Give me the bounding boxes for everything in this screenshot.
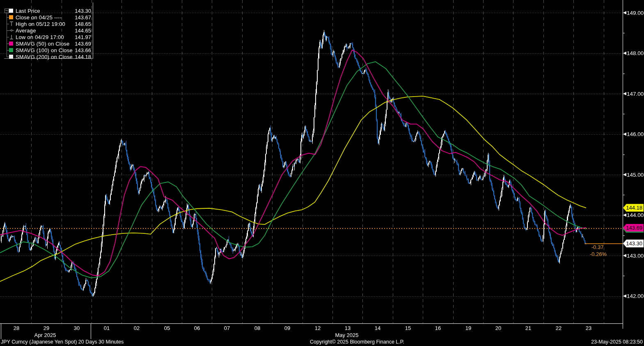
- tree-stub: [7, 44, 9, 44]
- bloomberg-chart-window: Last Price143.30Close on 04/25 ----143.6…: [0, 0, 644, 346]
- legend-label: SMAVG (200) on Close: [16, 54, 75, 60]
- legend-row-smavg200[interactable]: SMAVG (200) on Close144.18: [4, 53, 93, 60]
- legend-value: 148.65: [75, 21, 91, 27]
- date-label: 06: [189, 325, 205, 331]
- date-label: 01: [99, 325, 115, 331]
- date-label: 15: [400, 325, 416, 331]
- legend-value: 143.66: [75, 47, 91, 53]
- price-tag-143.30: 143.30: [623, 240, 644, 247]
- y-axis-tick-label: 142.00: [627, 293, 644, 299]
- legend-label: Close on 04/25 ----: [16, 14, 75, 21]
- date-label: 12: [309, 325, 326, 331]
- date-label: 29: [38, 325, 55, 331]
- legend-row-low[interactable]: Low on 04/29 17:00141.97: [4, 34, 93, 40]
- legend-label: Last Price: [16, 8, 75, 14]
- timestamp-text: 23-May-2025 08:23:50: [591, 339, 643, 345]
- legend-row-smavg100[interactable]: SMAVG (100) on Close143.66: [4, 47, 93, 53]
- y-axis-tick-label: 148.00: [627, 50, 644, 56]
- smavg200-swatch-icon: [9, 55, 13, 59]
- date-label: 08: [249, 325, 266, 331]
- smavg100-swatch-icon: [9, 48, 13, 52]
- tree-stub: [7, 37, 9, 37]
- month-label: May 2025: [328, 332, 365, 338]
- month-label: Apr 2025: [27, 332, 64, 338]
- average-marker-icon: [9, 28, 14, 33]
- y-axis-tick-label: 149.00: [627, 10, 644, 16]
- date-label: 21: [520, 325, 536, 331]
- date-label: 28: [8, 325, 25, 331]
- price-tag-144.18: 144.18: [623, 204, 644, 212]
- date-label: 09: [279, 325, 296, 331]
- legend-value: 143.67: [75, 14, 91, 21]
- date-label: 02: [128, 325, 145, 331]
- legend-value: 144.65: [75, 28, 91, 34]
- legend-label: SMAVG (50) on Close: [16, 41, 75, 47]
- candlestick-chart-canvas[interactable]: [0, 0, 644, 346]
- date-label: 22: [550, 325, 567, 331]
- tree-stub: [7, 30, 9, 31]
- last-price-swatch-icon: [9, 9, 13, 13]
- legend-row-average[interactable]: Average144.65: [4, 27, 93, 34]
- legend-value: 141.97: [75, 34, 91, 40]
- smavg50-swatch-icon: [9, 42, 13, 46]
- legend-row-high[interactable]: High on 05/12 19:00148.65: [4, 21, 93, 27]
- y-axis-tick-label: 147.00: [627, 91, 644, 97]
- legend-rows: Last Price143.30Close on 04/25 ----143.6…: [4, 7, 93, 60]
- legend-row-smavg50[interactable]: SMAVG (50) on Close143.69: [4, 40, 93, 47]
- y-axis-tick-label: 145.00: [627, 172, 644, 178]
- date-label: 16: [430, 325, 446, 331]
- date-label: 19: [460, 325, 477, 331]
- date-label: 14: [369, 325, 386, 331]
- date-label: 05: [159, 325, 175, 331]
- date-label: 07: [219, 325, 235, 331]
- copyright-text: Copyright© 2025 Bloomberg Finance L.P.: [271, 339, 443, 345]
- close-line-swatch-icon: [9, 15, 13, 19]
- net-change-label: -0.37: [591, 244, 604, 250]
- instrument-title: JPY Curncy (Japanese Yen Spot) 20 Days 3…: [1, 339, 124, 345]
- date-label: 23: [580, 325, 597, 331]
- tree-stub: [7, 57, 9, 57]
- y-axis-tick-label: 146.00: [627, 131, 644, 137]
- tree-stub: [7, 17, 9, 18]
- date-label: 20: [490, 325, 506, 331]
- legend-value: 143.30: [75, 8, 91, 14]
- price-tag-143.69: 143.69: [623, 224, 644, 232]
- low-marker-icon: [9, 34, 14, 40]
- high-marker-icon: [9, 21, 14, 27]
- legend-label: SMAVG (100) on Close: [16, 47, 75, 53]
- y-axis-tick-label: 143.00: [627, 253, 644, 259]
- legend-label: High on 05/12 19:00: [16, 21, 75, 27]
- legend-value: 144.18: [75, 54, 91, 60]
- tree-stub: [7, 11, 9, 11]
- legend-value: 143.69: [75, 41, 91, 47]
- y-axis-tick-label: 144.00: [627, 212, 644, 218]
- date-label: 13: [339, 325, 356, 331]
- tree-stub: [7, 50, 9, 51]
- tree-stub: [7, 24, 9, 24]
- chart-legend: Last Price143.30Close on 04/25 ----143.6…: [4, 2, 93, 59]
- legend-label: Low on 04/29 17:00: [16, 34, 75, 40]
- date-label: 30: [69, 325, 85, 331]
- legend-row-last-price[interactable]: Last Price143.30: [4, 7, 93, 14]
- legend-label: Average: [16, 28, 75, 34]
- legend-row-close-line[interactable]: Close on 04/25 ----143.67: [4, 14, 93, 21]
- pct-change-label: -0.26%: [590, 251, 607, 257]
